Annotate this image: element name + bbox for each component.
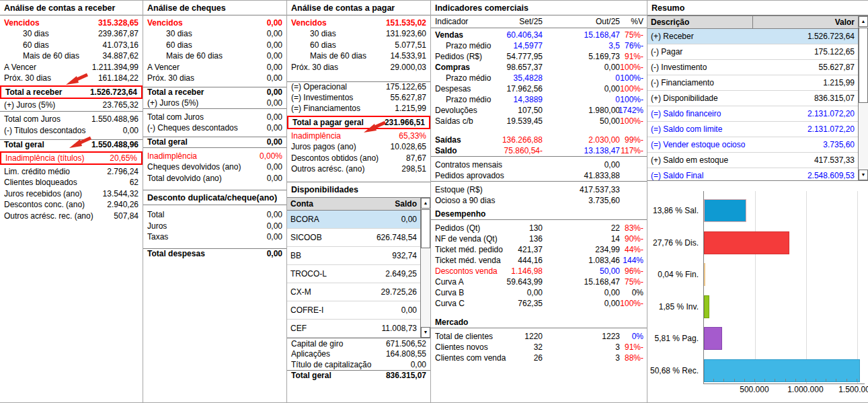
row-label: 60 dias xyxy=(291,40,336,50)
account-row[interactable]: BB 932,74 xyxy=(287,247,420,265)
account-saldo: 626.748,54 xyxy=(377,233,417,242)
chart-category-label: 1,85 % Inv. xyxy=(645,291,699,323)
row-label: Inadimplência xyxy=(147,151,197,161)
disponibilidades-scrollbar[interactable]: ▲ ▼ xyxy=(420,198,430,338)
row-label: 60 dias xyxy=(4,40,49,50)
panel-row: Inadimplência (títulos) 20,65% xyxy=(0,151,143,165)
resumo-value: 2.131.072,20 xyxy=(807,124,855,134)
row-label: Juros pagos (ano) xyxy=(291,142,356,152)
resumo-row[interactable]: (-) Investimento 55.627,87 xyxy=(647,60,858,75)
indicator-pct-value: 100%- xyxy=(620,83,643,94)
resumo-row[interactable]: (-) Financiamento 1.215,99 xyxy=(647,75,858,91)
indicator-set-value: 762,35 xyxy=(518,298,543,309)
row-value: 161.184,22 xyxy=(98,73,139,83)
row-value: 13.544,32 xyxy=(103,189,139,199)
row-value: 1.550.488,96 xyxy=(91,114,139,124)
indicator-label: Clientes novos xyxy=(435,342,488,352)
resumo-row[interactable]: (-) Pagar 175.122,65 xyxy=(647,44,858,60)
scrollbar-thumb[interactable] xyxy=(859,28,868,103)
account-rows: BCORA 0,00 SICOOB 626.748,54 BB 93 xyxy=(287,211,420,338)
indicator-set-value: 14,5977 xyxy=(514,40,543,51)
dashboard: Análise de contas a receber Vencidos 315… xyxy=(0,0,868,403)
chart-bar xyxy=(704,199,746,222)
scrollbar-track[interactable] xyxy=(421,248,430,327)
panel-row: Total com Juros 0,00 xyxy=(143,112,286,123)
account-row[interactable]: COFRE-I 0,00 xyxy=(287,301,420,320)
panel-row: (+) Juros (5%) 23.765,32 xyxy=(0,100,143,112)
row-value: 0,00 xyxy=(267,98,282,108)
indicator-out-value: 15.168,47 xyxy=(584,30,620,40)
panel-row: Mais de 60 dias 14.533,91 xyxy=(287,51,430,63)
scroll-down-icon[interactable]: ▼ xyxy=(421,327,430,338)
account-row[interactable]: BCORA 0,00 xyxy=(287,211,420,229)
panel-row: 60 dias 0,00 xyxy=(143,40,286,51)
account-saldo: 2.649,25 xyxy=(385,269,417,279)
indicator-out-value: 0,00 xyxy=(604,62,620,73)
row-label: Total a receber xyxy=(5,87,62,98)
resumo-row[interactable]: (+) Receber 1.526.723,64 xyxy=(647,29,858,44)
row-value: 14.533,91 xyxy=(391,51,426,61)
resumo-value: 417.537,33 xyxy=(814,155,855,165)
indicator-pct-value: 76%- xyxy=(625,40,643,51)
indicator-out-value: 3 xyxy=(615,342,620,353)
panel-row: Capital de giro 671.506,52 xyxy=(287,338,430,349)
resumo-label: (=) Saldo financeiro xyxy=(651,109,721,118)
row-label: 30 dias xyxy=(291,29,336,39)
row-label: Total a pagar geral xyxy=(292,118,364,128)
indicator-set-value: 75.860,54- xyxy=(504,145,543,156)
panel-row: Total a pagar geral 231.966,51 xyxy=(287,116,430,129)
scroll-up-icon[interactable]: ▲ xyxy=(421,198,430,209)
resumo-row[interactable]: (=) Vender estoque ocioso 3.735,60 xyxy=(647,137,858,153)
row-value: 23.765,32 xyxy=(103,100,139,110)
row-value: 87,67 xyxy=(406,153,426,163)
indicator-set-value: 54.777,95 xyxy=(507,51,543,62)
indicator-pct-value: 99%- xyxy=(625,135,643,145)
row-label: 30 dias xyxy=(147,29,192,39)
panel-row: Juros recebidos (ano) 13.544,32 xyxy=(0,188,143,200)
cheques-rows: Vencidos 0,00 30 dias 0,00 60 dias 0,00 … xyxy=(143,15,286,184)
indicator-pct-value: 44%- xyxy=(625,244,643,255)
resumo-row[interactable]: (=) Saldo financeiro 2.131.072,20 xyxy=(647,106,858,122)
resumo-scrollbar[interactable]: ▲ ▼ xyxy=(858,16,868,180)
account-row[interactable]: SICOOB 626.748,54 xyxy=(287,229,420,247)
account-row[interactable]: CX-M 29.725,26 xyxy=(287,283,420,301)
row-value: 0,00 xyxy=(267,40,282,50)
indicator-set-value: 35,4828 xyxy=(514,73,543,83)
chart-minor-tick xyxy=(846,379,847,381)
account-row[interactable]: TROCO-L 2.649,25 xyxy=(287,265,420,283)
indicator-row: Estoque (R$) 417.537,33 xyxy=(431,184,647,195)
disponibilidades-section: Disponibilidades Conta Saldo BCORA 0,00 xyxy=(287,182,430,380)
panel-row: Próx. 30 dias 29.000,03 xyxy=(287,62,430,73)
panel-row: Inadimplência 0,00% xyxy=(143,151,286,162)
row-label: Cheques devolvidos (ano) xyxy=(147,162,241,172)
resumo-row[interactable]: (+) Disponibilidade 836.315,07 xyxy=(647,91,858,106)
row-label: Total com Juros xyxy=(147,112,204,122)
row-label: Descontos conc. (ano) xyxy=(4,200,85,210)
scrollbar-track[interactable] xyxy=(859,103,868,170)
indicator-out-value: 13.138,47 xyxy=(584,145,620,156)
resumo-label: (+) Saldo em estoque xyxy=(651,155,728,165)
resumo-row[interactable]: (+) Saldo em estoque 417.537,33 xyxy=(647,153,858,168)
resumo-row[interactable]: (=) Saldo com limite 2.131.072,20 xyxy=(647,122,858,137)
scrollbar-thumb[interactable] xyxy=(421,209,430,248)
indicator-label: Curva A xyxy=(435,277,464,287)
row-label: Mais de 60 dias xyxy=(291,51,366,61)
scroll-up-icon[interactable]: ▲ xyxy=(859,16,868,27)
chart-minor-tick xyxy=(816,379,816,381)
row-value: 175.122,65 xyxy=(386,82,426,92)
indicator-set-value: 26 xyxy=(534,353,543,363)
indicator-pct-value: 75%- xyxy=(625,277,643,287)
indicator-label: Descontos venda xyxy=(435,266,498,276)
resumo-row[interactable]: (=) Saldo Final 2.548.609,53 xyxy=(647,168,858,180)
panel-row: Cheques devolvidos (ano) 0,00 xyxy=(143,162,286,174)
row-value: 0,00 xyxy=(267,232,282,242)
chart-bar xyxy=(704,231,789,254)
chart-x-tick-label: 1.000.000 xyxy=(787,385,823,394)
indicator-set-value: 1.146,98 xyxy=(511,266,543,277)
row-value: 0,00 xyxy=(267,210,282,220)
indicator-out-value: 0 xyxy=(615,94,620,105)
panel-row: A Vencer 0,00 xyxy=(143,62,286,73)
row-label: Inadimplência xyxy=(291,131,341,141)
account-row[interactable]: CEF 11.008,73 xyxy=(287,320,420,338)
scroll-down-icon[interactable]: ▼ xyxy=(859,170,868,180)
